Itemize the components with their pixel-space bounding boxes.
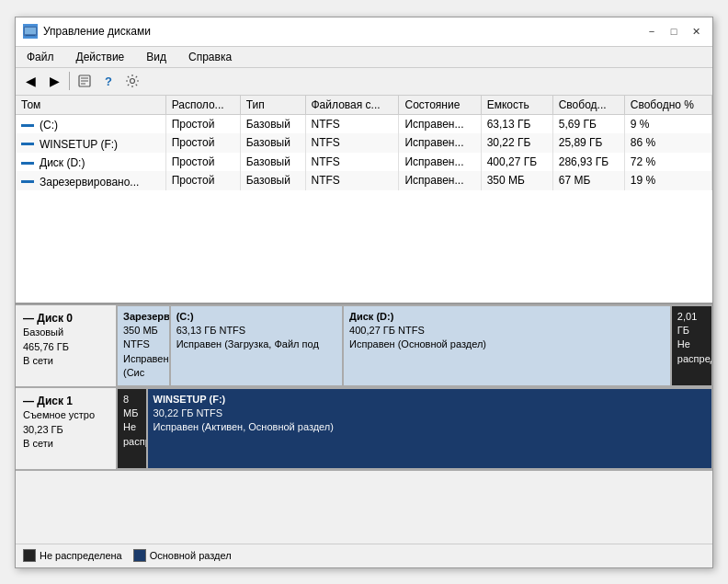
disk-partitions-1: 8 МБ Не распреде WINSETUP (F:) 30,22 ГБ …	[117, 388, 712, 469]
disk-status-1: В сети	[23, 437, 108, 451]
title-bar-left: Управление дисками	[23, 24, 151, 39]
col-freepct[interactable]: Свободно %	[624, 96, 711, 115]
menu-file[interactable]: Файл	[19, 49, 62, 65]
cell-tom: Диск (D:)	[16, 153, 165, 172]
disk-partitions-0: Зарезервиров 350 МБ NTFS Исправен (Сис (…	[117, 305, 712, 386]
table-row[interactable]: WINSETUP (F:) Простой Базовый NTFS Испра…	[16, 133, 712, 153]
legend-box-main	[133, 549, 146, 562]
cell-fs: NTFS	[305, 171, 399, 190]
partition-sub-0-0: Исправен (Сис	[123, 352, 164, 381]
partition-name-0-2: Диск (D:)	[349, 310, 665, 324]
disk-name-1: — Диск 1	[23, 394, 108, 409]
disk-name-0: — Диск 0	[23, 311, 108, 326]
table-body: (C:) Простой Базовый NTFS Исправен... 63…	[16, 114, 712, 190]
table-row[interactable]: Диск (D:) Простой Базовый NTFS Исправен.…	[16, 153, 712, 172]
cell-tip: Базовый	[240, 153, 305, 172]
col-fs[interactable]: Файловая с...	[305, 96, 399, 115]
menu-bar: Файл Действие Вид Справка	[16, 47, 712, 68]
menu-view[interactable]: Вид	[139, 49, 174, 65]
cell-status: Исправен...	[399, 153, 481, 172]
properties-button[interactable]	[74, 70, 96, 92]
cell-capacity: 63,13 ГБ	[481, 114, 552, 133]
table-header-row: Том Располо... Тип Файловая с... Состоян…	[16, 96, 712, 115]
cell-status: Исправен...	[399, 171, 481, 190]
cell-free: 286,93 ГБ	[552, 153, 624, 172]
cell-tip: Базовый	[240, 171, 305, 190]
cell-capacity: 350 МБ	[481, 171, 552, 190]
cell-free: 67 МБ	[552, 171, 624, 190]
cell-freepct: 86 %	[624, 133, 711, 153]
cell-raspolo: Простой	[165, 114, 240, 133]
toolbar: ◀ ▶ ?	[16, 68, 712, 96]
partition-detail-0-1: 63,13 ГБ NTFS	[176, 324, 336, 338]
cell-fs: NTFS	[305, 133, 399, 153]
cell-raspolo: Простой	[165, 133, 240, 153]
svg-rect-2	[26, 35, 35, 36]
disk-table-section[interactable]: Том Располо... Тип Файловая с... Состоян…	[16, 96, 712, 304]
disk-type-0: Базовый	[23, 326, 108, 339]
menu-help[interactable]: Справка	[181, 49, 239, 65]
partition-1-0[interactable]: 8 МБ Не распреде	[117, 388, 147, 469]
col-free[interactable]: Свобод...	[552, 96, 624, 115]
legend-main-label: Основной раздел	[150, 550, 232, 561]
table-row[interactable]: (C:) Простой Базовый NTFS Исправен... 63…	[16, 114, 712, 133]
partition-sub-1-0: Не распреде	[123, 420, 141, 449]
partition-detail-1-0: 8 МБ	[123, 393, 141, 421]
cell-tip: Базовый	[240, 114, 305, 133]
col-tom[interactable]: Том	[16, 96, 165, 115]
partition-sub-0-1: Исправен (Загрузка, Файл под	[176, 338, 336, 351]
col-capacity[interactable]: Емкость	[481, 96, 552, 115]
partition-detail-0-2: 400,27 ГБ NTFS	[349, 324, 665, 338]
window-title: Управление дисками	[43, 25, 151, 38]
close-button[interactable]: ✕	[687, 22, 705, 40]
help-button-toolbar[interactable]: ?	[97, 70, 119, 92]
partition-detail-0-3: 2,01 ГБ	[677, 310, 706, 338]
cell-status: Исправен...	[399, 133, 481, 153]
window-controls: − □ ✕	[643, 22, 705, 40]
forward-button[interactable]: ▶	[43, 70, 65, 92]
content-area: Том Располо... Тип Файловая с... Состоян…	[16, 96, 712, 567]
legend-unallocated: Не распределена	[23, 549, 122, 562]
legend-unalloc-label: Не распределена	[40, 550, 122, 561]
title-bar: Управление дисками − □ ✕	[16, 17, 712, 47]
minimize-button[interactable]: −	[643, 22, 661, 40]
app-icon	[23, 24, 38, 39]
legend-bar: Не распределена Основной раздел	[16, 544, 712, 567]
toolbar-sep-1	[69, 72, 70, 90]
maximize-button[interactable]: □	[665, 22, 683, 40]
table-row[interactable]: Зарезервировано... Простой Базовый NTFS …	[16, 171, 712, 190]
partition-1-1[interactable]: WINSETUP (F:) 30,22 ГБ NTFS Исправен (Ак…	[147, 388, 712, 469]
partition-0-3[interactable]: 2,01 ГБ Не распределена	[671, 305, 712, 386]
col-tip[interactable]: Тип	[240, 96, 305, 115]
disk-table: Том Располо... Тип Файловая с... Состоян…	[16, 96, 712, 190]
legend-box-unalloc	[23, 549, 36, 562]
main-window: Управление дисками − □ ✕ Файл Действие В…	[15, 17, 713, 568]
back-button[interactable]: ◀	[19, 70, 41, 92]
partition-name-0-1: (C:)	[176, 310, 336, 324]
svg-rect-1	[25, 28, 36, 34]
settings-button[interactable]	[121, 70, 143, 92]
partition-0-1[interactable]: (C:) 63,13 ГБ NTFS Исправен (Загрузка, Ф…	[170, 305, 343, 386]
cell-tom: WINSETUP (F:)	[16, 133, 165, 153]
col-status[interactable]: Состояние	[399, 96, 481, 115]
partition-0-0[interactable]: Зарезервиров 350 МБ NTFS Исправен (Сис	[117, 305, 170, 386]
disk-size-0: 465,76 ГБ	[23, 340, 108, 354]
cell-fs: NTFS	[305, 114, 399, 133]
disk-visual-section[interactable]: — Диск 0 Базовый 465,76 ГБ В сети Зарезе…	[16, 304, 712, 544]
partition-sub-0-3: Не распределена	[677, 338, 706, 366]
cell-tip: Базовый	[240, 133, 305, 153]
cell-raspolo: Простой	[165, 171, 240, 190]
cell-capacity: 30,22 ГБ	[481, 133, 552, 153]
menu-action[interactable]: Действие	[69, 49, 132, 65]
legend-main: Основной раздел	[133, 549, 232, 562]
cell-tom: (C:)	[16, 114, 165, 133]
disk-label-0: — Диск 0 Базовый 465,76 ГБ В сети	[16, 305, 117, 386]
partition-0-2[interactable]: Диск (D:) 400,27 ГБ NTFS Исправен (Основ…	[343, 305, 671, 386]
disk-row-0: — Диск 0 Базовый 465,76 ГБ В сети Зарезе…	[16, 305, 712, 388]
cell-status: Исправен...	[399, 114, 481, 133]
col-raspolo[interactable]: Располо...	[165, 96, 240, 115]
partition-detail-1-1: 30,22 ГБ NTFS	[154, 407, 706, 420]
svg-point-7	[131, 79, 135, 84]
cell-freepct: 19 %	[624, 171, 711, 190]
cell-capacity: 400,27 ГБ	[481, 153, 552, 172]
